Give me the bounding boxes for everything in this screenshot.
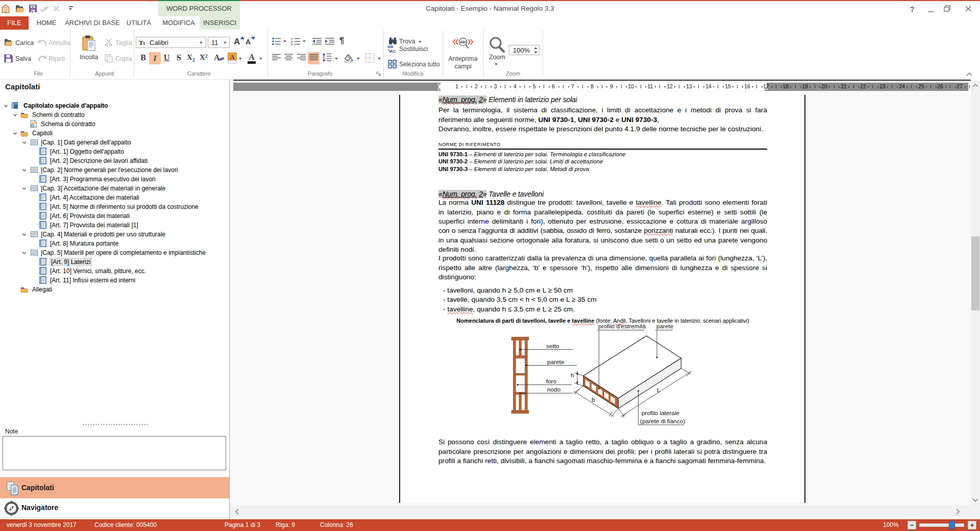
svg-text:AC: AC <box>390 49 396 54</box>
svg-text:profilo laterale: profilo laterale <box>642 409 680 417</box>
svg-text:foro: foro <box>546 378 557 385</box>
svg-text:(parete di fianco): (parete di fianco) <box>640 418 685 425</box>
svg-text:profilo d’estremità: profilo d’estremità <box>598 323 646 330</box>
svg-text:b: b <box>592 396 595 403</box>
svg-text:h: h <box>571 372 574 379</box>
svg-text:nodo: nodo <box>547 386 561 393</box>
svg-text:3: 3 <box>291 43 292 45</box>
svg-text:setto: setto <box>546 343 559 350</box>
svg-text:parete: parete <box>547 358 565 366</box>
svg-text:AB: AB <box>387 44 394 49</box>
svg-text:L: L <box>657 387 660 394</box>
svg-text:parete: parete <box>656 323 674 330</box>
